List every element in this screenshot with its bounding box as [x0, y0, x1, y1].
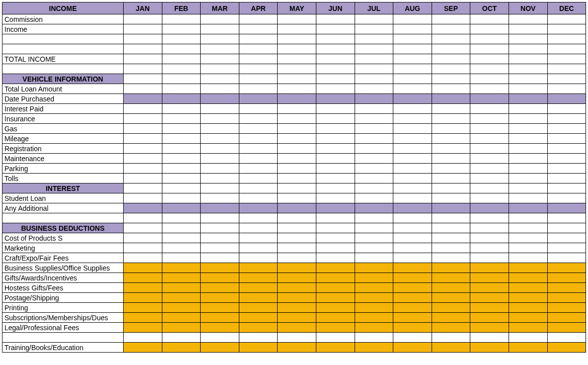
cell[interactable] [239, 333, 278, 343]
row-label[interactable]: Subscriptions/Memberships/Dues [2, 313, 124, 323]
cell[interactable] [162, 203, 201, 213]
cell[interactable] [124, 213, 162, 223]
cell[interactable] [239, 303, 278, 313]
cell[interactable] [316, 14, 355, 24]
cell[interactable] [124, 124, 162, 134]
cell[interactable] [316, 104, 355, 114]
cell[interactable] [124, 44, 162, 54]
cell[interactable] [201, 114, 239, 124]
row-label[interactable]: Income [2, 24, 124, 34]
cell[interactable] [162, 193, 201, 203]
row-label[interactable]: Interest Paid [2, 104, 124, 114]
cell[interactable] [432, 94, 470, 104]
cell[interactable] [124, 243, 162, 253]
cell[interactable] [316, 54, 355, 64]
row-label[interactable]: Tolls [2, 174, 124, 183]
cell[interactable] [509, 193, 547, 203]
row-label[interactable] [2, 333, 124, 343]
cell[interactable] [355, 243, 393, 253]
cell[interactable] [470, 223, 509, 233]
cell[interactable] [239, 34, 278, 44]
cell[interactable] [162, 323, 201, 333]
row-label[interactable]: Marketing [2, 243, 124, 253]
cell[interactable] [239, 223, 278, 233]
cell[interactable] [393, 84, 432, 94]
cell[interactable] [355, 24, 393, 34]
cell[interactable] [432, 34, 470, 44]
row-label[interactable] [2, 34, 124, 44]
cell[interactable] [201, 343, 239, 353]
cell[interactable] [355, 34, 393, 44]
cell[interactable] [509, 74, 547, 84]
cell[interactable] [201, 273, 239, 283]
cell[interactable] [278, 54, 316, 64]
cell[interactable] [201, 213, 239, 223]
cell[interactable] [239, 114, 278, 124]
cell[interactable] [470, 114, 509, 124]
cell[interactable] [432, 243, 470, 253]
cell[interactable] [355, 283, 393, 293]
cell[interactable] [239, 104, 278, 114]
cell[interactable] [201, 14, 239, 24]
cell[interactable] [547, 34, 586, 44]
cell[interactable] [547, 343, 586, 353]
cell[interactable] [355, 293, 393, 303]
cell[interactable] [470, 104, 509, 114]
cell[interactable] [278, 124, 316, 134]
cell[interactable] [393, 223, 432, 233]
cell[interactable] [316, 313, 355, 323]
cell[interactable] [278, 203, 316, 213]
cell[interactable] [201, 253, 239, 263]
cell[interactable] [355, 84, 393, 94]
cell[interactable] [547, 54, 586, 64]
cell[interactable] [509, 144, 547, 154]
cell[interactable] [470, 164, 509, 174]
cell[interactable] [124, 114, 162, 124]
cell[interactable] [547, 243, 586, 253]
row-label[interactable]: Insurance [2, 114, 124, 124]
cell[interactable] [162, 154, 201, 164]
cell[interactable] [355, 183, 393, 193]
cell[interactable] [393, 94, 432, 104]
cell[interactable] [432, 164, 470, 174]
section-header[interactable]: BUSINESS DEDUCTIONS [2, 223, 124, 233]
cell[interactable] [509, 14, 547, 24]
cell[interactable] [432, 323, 470, 333]
cell[interactable] [393, 333, 432, 343]
cell[interactable] [355, 303, 393, 313]
cell[interactable] [470, 233, 509, 243]
cell[interactable] [393, 124, 432, 134]
cell[interactable] [470, 293, 509, 303]
cell[interactable] [509, 174, 547, 183]
cell[interactable] [355, 74, 393, 84]
cell[interactable] [470, 134, 509, 144]
cell[interactable] [470, 243, 509, 253]
cell[interactable] [162, 44, 201, 54]
cell[interactable] [278, 243, 316, 253]
cell[interactable] [355, 104, 393, 114]
cell[interactable] [432, 263, 470, 273]
cell[interactable] [432, 213, 470, 223]
cell[interactable] [278, 303, 316, 313]
cell[interactable] [316, 64, 355, 74]
cell[interactable] [470, 273, 509, 283]
cell[interactable] [124, 174, 162, 183]
cell[interactable] [355, 44, 393, 54]
cell[interactable] [547, 333, 586, 343]
row-label[interactable]: Commission [2, 14, 124, 24]
cell[interactable] [470, 124, 509, 134]
cell[interactable] [470, 74, 509, 84]
cell[interactable] [278, 273, 316, 283]
cell[interactable] [278, 164, 316, 174]
cell[interactable] [162, 293, 201, 303]
cell[interactable] [162, 14, 201, 24]
cell[interactable] [547, 313, 586, 323]
cell[interactable] [547, 44, 586, 54]
cell[interactable] [509, 343, 547, 353]
cell[interactable] [162, 104, 201, 114]
row-label[interactable]: Maintenance [2, 154, 124, 164]
cell[interactable] [393, 174, 432, 183]
cell[interactable] [432, 144, 470, 154]
cell[interactable] [278, 213, 316, 223]
cell[interactable] [124, 74, 162, 84]
